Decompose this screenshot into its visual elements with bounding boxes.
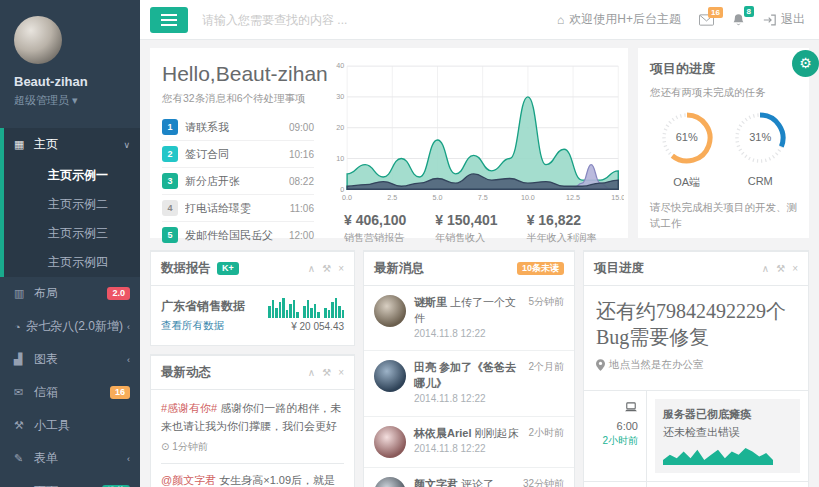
- sidebar-item-forms[interactable]: ✎ 表单 ‹: [0, 442, 140, 475]
- message-row[interactable]: 颜文字君 评论了 2014.11.8 12:22 【九部令人拍案叫绝的惊悚悬疑剧…: [364, 468, 574, 487]
- sidebar-item-widgets[interactable]: ⚒ 小工具: [0, 409, 140, 442]
- panel-title: 项目进度: [594, 260, 644, 277]
- main-content: ⚙ Hello,Beaut-zihan 您有32条消息和6个待处理事项 1请联系…: [140, 40, 819, 487]
- user-role-label: 超级管理员: [14, 94, 69, 106]
- report-value: ¥ 20 054.43: [268, 321, 344, 332]
- collapse-icon[interactable]: ∧: [308, 264, 315, 274]
- sidebar-subitem-home-2[interactable]: 主页示例二: [4, 190, 140, 219]
- notification-count-badge: 8: [744, 6, 754, 17]
- home-icon: ⌂: [557, 13, 564, 27]
- theme-settings-button[interactable]: ⚙: [792, 50, 819, 77]
- message-row[interactable]: 田亮 参加了《爸爸去哪儿》2014.11.8 12:22 2个月前: [364, 351, 574, 416]
- timeline-item: 7:00 3小时前 修复了0.5个bug 重启服务: [584, 481, 808, 487]
- svg-text:7.5: 7.5: [478, 194, 488, 202]
- version-badge: 2.0: [107, 287, 130, 300]
- close-icon[interactable]: ×: [792, 264, 798, 274]
- map-marker-icon: [596, 359, 605, 371]
- chevron-left-icon: ‹: [127, 454, 130, 464]
- sales-stats: ¥ 406,100销售营销报告 ¥ 150,401年销售收入 ¥ 16,822半…: [328, 208, 624, 245]
- svg-text:10: 10: [336, 155, 344, 163]
- collapse-icon[interactable]: ∧: [762, 264, 769, 274]
- view-all-data-link[interactable]: 查看所有数据: [161, 319, 224, 331]
- todo-item[interactable]: 4打电话给璟雯11:06: [162, 195, 314, 222]
- sidebar-item-charts[interactable]: ▟ 图表 ‹: [0, 343, 140, 376]
- th-large-icon: ▦: [14, 138, 34, 151]
- user-profile: Beaut-zihan 超级管理员 ▾: [0, 0, 140, 120]
- columns-icon: ▥: [14, 287, 34, 300]
- logout-button[interactable]: 退出: [763, 11, 805, 28]
- hello-subtitle: 您有32条消息和6个待处理事项: [162, 92, 314, 106]
- todo-number-badge: 3: [162, 173, 178, 189]
- notifications-menu[interactable]: 8: [732, 13, 745, 27]
- top-navbar: ⌂ 欢迎使用H+后台主题 16 8 退出: [140, 0, 819, 40]
- todo-number-badge: 2: [162, 146, 178, 162]
- panel-tools: ∧ ⚒ ×: [308, 264, 344, 274]
- sales-chart-box: 0.02.55.07.510.012.515.0010203040 ¥ 406,…: [326, 52, 630, 234]
- sidebar-toggle-button[interactable]: [150, 7, 188, 33]
- todo-item[interactable]: 5发邮件给国民岳父12:00: [162, 222, 314, 248]
- stat-item: ¥ 406,100销售营销报告: [344, 212, 435, 245]
- sign-out-icon: [763, 14, 776, 26]
- stat-item: ¥ 150,401年销售收入: [435, 212, 526, 245]
- sidebar-subitem-home-3[interactable]: 主页示例三: [4, 219, 140, 248]
- message-row[interactable]: 谜斯里 上传了一个文件2014.11.8 12:22 5分钟前: [364, 286, 574, 351]
- clock-icon: ◔: [14, 321, 26, 333]
- panel-tools: ∧ ⚒ ×: [762, 264, 798, 274]
- timeline-item: 6:00 2小时前 服务器已彻底瘫痪 还未检查出错误: [584, 390, 808, 481]
- panel-title: 数据报告: [161, 260, 211, 277]
- sidebar-item-pages[interactable]: ▢ 页面 推荐: [0, 475, 140, 487]
- panel-title: 最新动态: [161, 364, 211, 381]
- topic-link[interactable]: #感谢有你#: [161, 402, 217, 414]
- mention-link[interactable]: @颜文字君: [161, 474, 216, 486]
- avatar: [374, 295, 406, 327]
- todo-item[interactable]: 3新分店开张08:22: [162, 168, 314, 195]
- mail-menu[interactable]: 16: [699, 14, 714, 26]
- donut-oa: 61% OA端: [659, 110, 715, 190]
- sidebar-item-mailbox[interactable]: ✉ 信箱 16: [0, 376, 140, 409]
- tools-icon: ⚒: [14, 419, 34, 432]
- card-title: 项目的进度: [650, 60, 797, 78]
- sidebar-subitem-home-4[interactable]: 主页示例四: [4, 248, 140, 277]
- hello-section: Hello,Beaut-zihan 您有32条消息和6个待处理事项 1请联系我0…: [150, 52, 326, 234]
- close-icon[interactable]: ×: [338, 368, 344, 378]
- donut-crm: 31% CRM: [732, 110, 788, 190]
- bottom-row: 数据报告K+ ∧ ⚒ × 广东省销售数据 查看所有数据 ¥ 20 054.43: [150, 250, 809, 487]
- wrench-icon[interactable]: ⚒: [322, 368, 331, 378]
- k-plus-badge: K+: [217, 262, 239, 275]
- wrench-icon[interactable]: ⚒: [322, 264, 331, 274]
- search-input[interactable]: [202, 13, 557, 27]
- sidebar-item-home[interactable]: ▦ 主页 ∨: [4, 128, 140, 161]
- todo-item[interactable]: 2签订合同10:16: [162, 141, 314, 168]
- avatar[interactable]: [14, 16, 62, 64]
- avatar: [374, 426, 406, 458]
- close-icon[interactable]: ×: [338, 264, 344, 274]
- user-role-dropdown[interactable]: 超级管理员 ▾: [14, 93, 126, 108]
- sidebar-item-misc[interactable]: ◔ 杂七杂八(2.0新增) ‹: [0, 310, 140, 343]
- activity-post: @颜文字君 女生身高×1.09后，就是最适合你的男生身高；相反，男生是÷1.09…: [161, 472, 344, 487]
- sidebar-subitem-home-1[interactable]: 主页示例一: [4, 161, 140, 190]
- hello-card: Hello,Beaut-zihan 您有32条消息和6个待处理事项 1请联系我0…: [150, 48, 628, 238]
- svg-text:40: 40: [336, 63, 344, 71]
- bar-chart-icon: ▟: [14, 353, 34, 366]
- welcome-link[interactable]: ⌂ 欢迎使用H+后台主题: [557, 11, 681, 28]
- wrench-icon[interactable]: ⚒: [776, 264, 785, 274]
- svg-text:12.5: 12.5: [566, 194, 580, 202]
- mail-count-badge: 16: [110, 386, 130, 399]
- edit-icon: ✎: [14, 452, 34, 465]
- todo-item[interactable]: 1请联系我09:00: [162, 114, 314, 141]
- collapse-icon[interactable]: ∧: [308, 368, 315, 378]
- avatar: [374, 477, 406, 487]
- donut-charts: 61% OA端 31% CRM: [650, 110, 797, 190]
- sidebar-active-group: ▦ 主页 ∨ 主页示例一 主页示例二 主页示例三 主页示例四: [0, 128, 140, 277]
- panel-latest-activity: 最新动态 ∧ ⚒ × #感谢有你# 感谢你们一路的相伴，未来也请让我为你们撑腰，…: [150, 354, 355, 487]
- todo-number-badge: 1: [162, 119, 178, 135]
- panel-project-progress: 项目进度 ∧ ⚒ × 还有约79842492229个Bug需要修复 地点当然是在…: [583, 250, 809, 487]
- sidebar-item-layout[interactable]: ▥ 布局 2.0: [0, 277, 140, 310]
- project-progress-card: 项目的进度 您还有两项未完成的任务 61% OA端 31% CRM 请尽快完成相…: [638, 48, 809, 238]
- svg-text:5.0: 5.0: [433, 194, 443, 202]
- message-row[interactable]: 林依晨Ariel 刚刚起床2014.11.8 12:22 2小时前: [364, 417, 574, 468]
- todo-number-badge: 4: [162, 200, 178, 216]
- svg-text:0: 0: [340, 186, 344, 194]
- sidebar: Beaut-zihan 超级管理员 ▾ ▦ 主页 ∨ 主页示例一 主页示例二 主…: [0, 0, 140, 487]
- bug-headline: 还有约79842492229个Bug需要修复: [596, 298, 796, 350]
